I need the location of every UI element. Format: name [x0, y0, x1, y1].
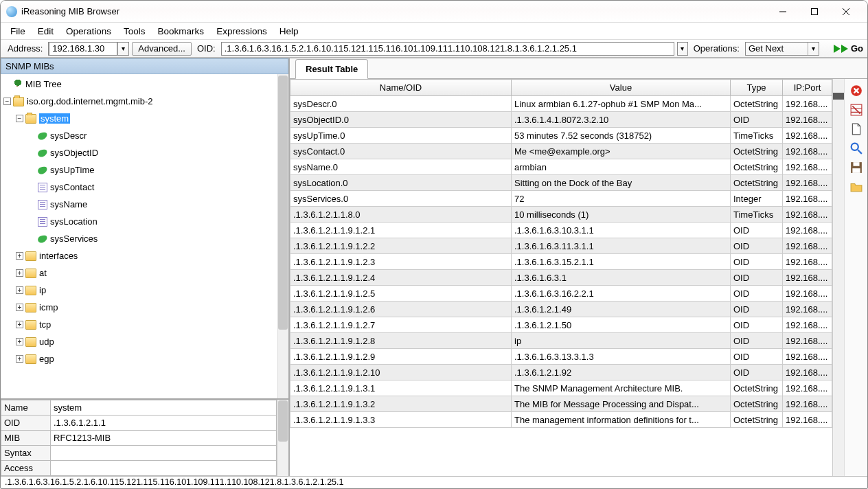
tree-node-syscontact[interactable]: sysContact — [1, 179, 288, 196]
document-icon[interactable] — [850, 123, 863, 135]
cell-n: .1.3.6.1.2.1.1.9.1.2.8 — [290, 333, 512, 349]
menu-help[interactable]: Help — [274, 25, 304, 38]
table-row[interactable]: .1.3.6.1.2.1.1.9.1.2.9.1.3.6.1.6.3.13.3.… — [290, 349, 832, 365]
table-row[interactable]: .1.3.6.1.2.1.1.8.010 milliseconds (1)Tim… — [290, 207, 832, 223]
table-row[interactable]: .1.3.6.1.2.1.1.9.1.2.3.1.3.6.1.6.3.15.2.… — [290, 254, 832, 270]
table-row[interactable]: sysDescr.0Linux armbian 6.1.27-ophub #1 … — [290, 96, 832, 112]
cell-v: 10 milliseconds (1) — [512, 207, 731, 223]
cell-n: .1.3.6.1.2.1.1.9.1.2.5 — [290, 286, 512, 302]
detail-scrollbar[interactable] — [277, 400, 288, 476]
tree-node-sysuptime[interactable]: sysUpTime — [1, 161, 288, 179]
tree-node-sysservices[interactable]: sysServices — [1, 230, 288, 247]
expand-icon[interactable]: + — [16, 338, 23, 345]
tree-label: system — [39, 113, 70, 124]
menu-file[interactable]: File — [5, 25, 31, 38]
tree-node-ip[interactable]: +ip — [1, 282, 288, 299]
collapse-icon[interactable]: − — [16, 115, 23, 122]
table-row[interactable]: .1.3.6.1.2.1.1.9.1.3.2The MIB for Messag… — [290, 396, 832, 412]
menu-bookmarks[interactable]: Bookmarks — [152, 25, 210, 38]
table-row[interactable]: .1.3.6.1.2.1.1.9.1.2.8ipOID192.168.... — [290, 333, 832, 349]
table-row[interactable]: .1.3.6.1.2.1.1.9.1.2.10.1.3.6.1.2.1.92OI… — [290, 365, 832, 380]
go-button[interactable]: Go — [833, 43, 863, 54]
expand-icon[interactable]: + — [16, 321, 23, 328]
oid-input[interactable] — [221, 42, 674, 56]
scroll-marker — [833, 93, 844, 100]
tree-scrollbar[interactable] — [277, 74, 288, 398]
tree-node-sysname[interactable]: sysName — [1, 196, 288, 213]
table-row[interactable]: .1.3.6.1.2.1.1.9.1.2.4.1.3.6.1.6.3.1OID1… — [290, 270, 832, 286]
tree-node-syslocation[interactable]: sysLocation — [1, 213, 288, 230]
tab-result-table[interactable]: Result Table — [295, 59, 368, 79]
table-row[interactable]: .1.3.6.1.2.1.1.9.1.2.5.1.3.6.1.6.3.16.2.… — [290, 286, 832, 302]
tree-node-iso-org-dod-internet-mgmt-mib-2[interactable]: −iso.org.dod.internet.mgmt.mib-2 — [1, 93, 288, 110]
cell-t: OID — [731, 238, 783, 254]
expand-icon[interactable]: + — [16, 355, 23, 363]
menu-operations[interactable]: Operations — [60, 25, 117, 38]
document-icon — [38, 217, 47, 227]
table-row[interactable]: sysServices.072Integer192.168.... — [290, 191, 832, 207]
close-button[interactable] — [830, 1, 862, 22]
tree-node-udp[interactable]: +udp — [1, 333, 288, 350]
app-window: iReasoning MIB Browser FileEditOperation… — [0, 0, 868, 489]
tree-node-system[interactable]: −system — [1, 110, 288, 127]
oid-dropdown-icon[interactable]: ▾ — [677, 42, 688, 56]
expand-icon[interactable]: + — [16, 252, 23, 260]
col-ip-port[interactable]: IP:Port — [783, 80, 832, 96]
scrollbar-thumb[interactable] — [278, 76, 288, 330]
tree-node-mib-tree[interactable]: MIB Tree — [1, 76, 288, 93]
minimize-button[interactable] — [767, 1, 799, 22]
tree-node-interfaces[interactable]: +interfaces — [1, 247, 288, 264]
col-name-oid[interactable]: Name/OID — [290, 80, 512, 96]
table-delete-icon[interactable] — [850, 104, 863, 116]
tree-node-tcp[interactable]: +tcp — [1, 316, 288, 333]
menu-expressions[interactable]: Expressions — [211, 25, 273, 38]
expand-icon[interactable]: + — [16, 269, 23, 277]
tree-root-icon — [13, 80, 23, 89]
menu-edit[interactable]: Edit — [32, 25, 59, 38]
tree-node-sysobjectid[interactable]: sysObjectID — [1, 144, 288, 161]
save-icon[interactable] — [850, 161, 863, 174]
cell-v: .1.3.6.1.6.3.16.2.2.1 — [512, 286, 731, 302]
spacer — [28, 201, 36, 208]
table-row[interactable]: .1.3.6.1.2.1.1.9.1.2.7.1.3.6.1.2.1.50OID… — [290, 317, 832, 333]
titlebar[interactable]: iReasoning MIB Browser — [1, 1, 867, 23]
delete-icon[interactable] — [850, 84, 863, 97]
advanced-button[interactable]: Advanced... — [132, 42, 192, 56]
expand-icon[interactable]: + — [16, 286, 23, 294]
table-row[interactable]: .1.3.6.1.2.1.1.9.1.2.6.1.3.6.1.2.1.49OID… — [290, 302, 832, 317]
tree-node-sysdescr[interactable]: sysDescr — [1, 127, 288, 144]
address-input[interactable] — [49, 42, 117, 56]
scrollbar-thumb[interactable] — [278, 400, 288, 442]
folder-icon — [25, 354, 36, 364]
cell-ip: 192.168.... — [783, 128, 832, 144]
table-row[interactable]: .1.3.6.1.2.1.1.9.1.2.2.1.3.6.1.6.3.11.3.… — [290, 238, 832, 254]
table-row[interactable]: sysName.0armbianOctetString192.168.... — [290, 159, 832, 175]
col-type[interactable]: Type — [731, 80, 783, 96]
expand-icon[interactable]: + — [16, 304, 23, 311]
maximize-button[interactable] — [799, 1, 830, 22]
cell-t: TimeTicks — [731, 207, 783, 223]
table-row[interactable]: sysUpTime.053 minutes 7.52 seconds (3187… — [290, 128, 832, 144]
mib-tree[interactable]: MIB Tree−iso.org.dod.internet.mgmt.mib-2… — [1, 74, 288, 398]
collapse-icon[interactable]: − — [3, 98, 11, 105]
col-value[interactable]: Value — [512, 80, 731, 96]
search-icon[interactable] — [850, 142, 863, 155]
table-row[interactable]: sysLocation.0Sitting on the Dock of the … — [290, 175, 832, 191]
chevron-down-icon[interactable]: ▾ — [117, 43, 128, 55]
chevron-down-icon[interactable]: ▾ — [808, 43, 819, 55]
menu-tools[interactable]: Tools — [118, 25, 151, 38]
result-scrollbar[interactable] — [832, 79, 844, 476]
table-row[interactable]: sysContact.0Me <me@example.org>OctetStri… — [290, 144, 832, 159]
tree-node-egp[interactable]: +egp — [1, 350, 288, 367]
open-folder-icon[interactable] — [850, 181, 863, 193]
table-row[interactable]: .1.3.6.1.2.1.1.9.1.2.1.1.3.6.1.6.3.10.3.… — [290, 223, 832, 238]
tree-node-icmp[interactable]: +icmp — [1, 299, 288, 316]
tree-node-at[interactable]: +at — [1, 264, 288, 282]
address-combo[interactable]: ▾ — [48, 42, 129, 56]
table-row[interactable]: .1.3.6.1.2.1.1.9.1.3.1The SNMP Managemen… — [290, 380, 832, 396]
table-row[interactable]: .1.3.6.1.2.1.1.9.1.3.3The management inf… — [290, 412, 832, 428]
cell-ip: 192.168.... — [783, 191, 832, 207]
result-grid[interactable]: Name/OIDValueTypeIP:Port sysDescr.0Linux… — [290, 79, 832, 476]
table-row[interactable]: sysObjectID.0.1.3.6.1.4.1.8072.3.2.10OID… — [290, 112, 832, 128]
operations-combo[interactable]: Get Next ▾ — [745, 42, 819, 56]
